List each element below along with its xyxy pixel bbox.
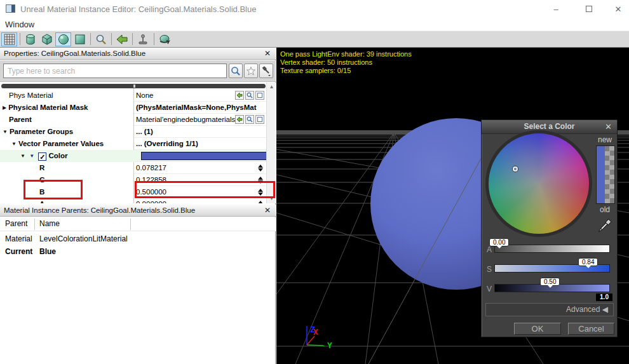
dialog-close-icon[interactable]: ✕ bbox=[605, 122, 612, 131]
app-icon bbox=[6, 4, 15, 13]
ok-button[interactable]: OK bbox=[514, 323, 561, 335]
old-color-swatch bbox=[605, 146, 614, 203]
close-button[interactable]: ✕ bbox=[609, 4, 628, 15]
select-color-dialog: Select a Color ✕ new old A 0.00 S 0.84 V… bbox=[481, 119, 618, 337]
sphere-primitive-button[interactable] bbox=[55, 32, 71, 46]
search-input[interactable] bbox=[3, 64, 227, 78]
alpha-slider-handle[interactable]: 0.00 bbox=[489, 238, 509, 246]
property-row-parent[interactable]: Parent Material'enginedebugmaterials.L bbox=[0, 114, 266, 126]
axis-x-label: X bbox=[313, 327, 318, 337]
value-spinner[interactable] bbox=[257, 163, 264, 173]
cube-primitive-button[interactable] bbox=[39, 32, 55, 46]
clear-icon[interactable] bbox=[255, 91, 264, 100]
axis-y-label: Y bbox=[327, 340, 332, 350]
cylinder-icon bbox=[25, 34, 36, 45]
search-icon bbox=[231, 66, 241, 76]
options-button[interactable] bbox=[259, 64, 273, 78]
color-wheel[interactable] bbox=[485, 130, 592, 237]
use-selected-asset-button[interactable] bbox=[114, 32, 130, 46]
browse-icon[interactable] bbox=[245, 115, 254, 124]
color-wheel-selector[interactable] bbox=[513, 166, 518, 172]
cube-icon bbox=[41, 34, 53, 45]
search-row bbox=[0, 60, 276, 82]
advanced-button[interactable]: Advanced ◀ bbox=[485, 303, 614, 316]
property-list-splitter[interactable] bbox=[1, 84, 266, 88]
axis-gizmo: Z X Y bbox=[289, 308, 337, 356]
old-color-label: old bbox=[595, 205, 615, 214]
new-old-swatch bbox=[596, 145, 615, 204]
column-header-parent[interactable]: Parent bbox=[5, 217, 27, 231]
alpha-slider[interactable] bbox=[494, 245, 610, 253]
property-row-vector-parameter-values[interactable]: ▼Vector Parameter Values ... (Overriding… bbox=[0, 138, 266, 150]
title-bar: Unreal Material Instance Editor: Ceiling… bbox=[0, 0, 629, 18]
column-header-name[interactable]: Name bbox=[39, 217, 60, 231]
menu-item-window[interactable]: Window bbox=[5, 20, 34, 29]
saturation-slider-handle[interactable]: 0.84 bbox=[578, 258, 598, 266]
stat-line: Vertex shader: 50 instructions bbox=[280, 58, 412, 67]
scroll-up-icon[interactable]: ▲ bbox=[267, 83, 276, 91]
favorites-button[interactable] bbox=[244, 64, 258, 78]
use-selected-icon[interactable] bbox=[235, 91, 244, 100]
parents-table: Parent Name Material LevelColorationLitM… bbox=[0, 217, 276, 231]
alpha-slider-label: A bbox=[487, 245, 494, 254]
color-swatch[interactable] bbox=[141, 152, 266, 160]
property-row-phys-material[interactable]: Phys Material None bbox=[0, 90, 266, 102]
value-slider-label: V bbox=[487, 285, 494, 293]
find-in-browser-button[interactable] bbox=[93, 32, 109, 46]
table-row[interactable]: Material LevelColorationLitMaterial bbox=[0, 233, 276, 245]
minimize-button[interactable]: – bbox=[546, 4, 565, 15]
use-selected-icon[interactable] bbox=[235, 115, 244, 124]
search-button[interactable] bbox=[229, 64, 243, 78]
expand-icon[interactable]: ▶ bbox=[3, 102, 6, 114]
plane-primitive-button[interactable] bbox=[72, 32, 88, 46]
maximize-icon bbox=[586, 6, 592, 12]
collapse-icon[interactable]: ▼ bbox=[20, 150, 25, 162]
properties-panel: Properties: CeilingGoal.Materials.Solid.… bbox=[0, 48, 276, 364]
green-arrow-left-icon bbox=[116, 34, 128, 45]
shader-stats: One pass LightEnv shader: 39 instruction… bbox=[280, 50, 412, 75]
reset-to-default-icon[interactable]: ▼ bbox=[29, 150, 34, 162]
properties-panel-header: Properties: CeilingGoal.Materials.Solid.… bbox=[0, 48, 276, 60]
background-grid-toggle-button[interactable] bbox=[1, 32, 17, 46]
eyedropper-icon[interactable] bbox=[593, 217, 614, 237]
material-instance-editor-window: Unreal Material Instance Editor: Ceiling… bbox=[0, 0, 629, 364]
toolbar bbox=[0, 30, 629, 48]
annotation-box-color-label bbox=[24, 180, 83, 199]
slider-max-label: 1.0 bbox=[596, 293, 612, 301]
table-row[interactable]: Current Blue bbox=[0, 245, 276, 258]
property-list: Phys Material None ▶Physical Material Ma… bbox=[0, 83, 276, 203]
color-override-checkbox[interactable]: ✓ bbox=[38, 152, 46, 161]
value-spinner[interactable] bbox=[257, 199, 264, 203]
wrench-icon bbox=[261, 66, 272, 76]
clear-icon[interactable] bbox=[255, 115, 264, 124]
regenerate-preview-button[interactable] bbox=[156, 32, 172, 46]
value-slider-handle[interactable]: 0.50 bbox=[540, 278, 560, 286]
property-row-parameter-groups[interactable]: ▼Parameter Groups ... (1) bbox=[0, 126, 266, 138]
annotation-box-color-swatch bbox=[135, 181, 275, 198]
stat-line: Texture samplers: 0/15 bbox=[280, 67, 412, 75]
property-row-r[interactable]: R 0.078217 bbox=[0, 162, 266, 174]
browse-icon[interactable] bbox=[245, 91, 254, 100]
property-row-color[interactable]: ▼ ▼ ✓ Color bbox=[0, 150, 266, 162]
collapse-icon[interactable]: ▼ bbox=[11, 138, 17, 150]
cylinder-primitive-button[interactable] bbox=[22, 32, 38, 46]
parents-panel-header: Material Instance Parents: CeilingGoal.M… bbox=[0, 205, 276, 217]
maximize-button[interactable] bbox=[579, 4, 599, 15]
mobile-preview-button[interactable] bbox=[135, 32, 151, 46]
property-row-physical-material-mask[interactable]: ▶Physical Material Mask (PhysMaterialMas… bbox=[0, 102, 266, 114]
collapse-icon[interactable]: ▼ bbox=[3, 126, 8, 138]
rotate-arrows-icon bbox=[158, 34, 171, 45]
parents-panel-title: Material Instance Parents: CeilingGoal.M… bbox=[4, 205, 195, 217]
star-icon bbox=[246, 66, 256, 76]
parents-close-icon[interactable]: ✕ bbox=[264, 205, 271, 217]
dialog-title: Select a Color bbox=[482, 122, 617, 131]
new-color-label: new bbox=[595, 135, 615, 144]
cancel-button[interactable]: Cancel bbox=[568, 323, 614, 335]
window-title: Unreal Material Instance Editor: Ceiling… bbox=[20, 4, 256, 14]
saturation-slider-label: S bbox=[487, 265, 494, 274]
plane-icon bbox=[74, 34, 86, 45]
sphere-icon bbox=[58, 34, 69, 45]
joystick-icon bbox=[137, 34, 149, 45]
magnifier-icon bbox=[95, 34, 107, 45]
properties-close-icon[interactable]: ✕ bbox=[264, 48, 271, 60]
